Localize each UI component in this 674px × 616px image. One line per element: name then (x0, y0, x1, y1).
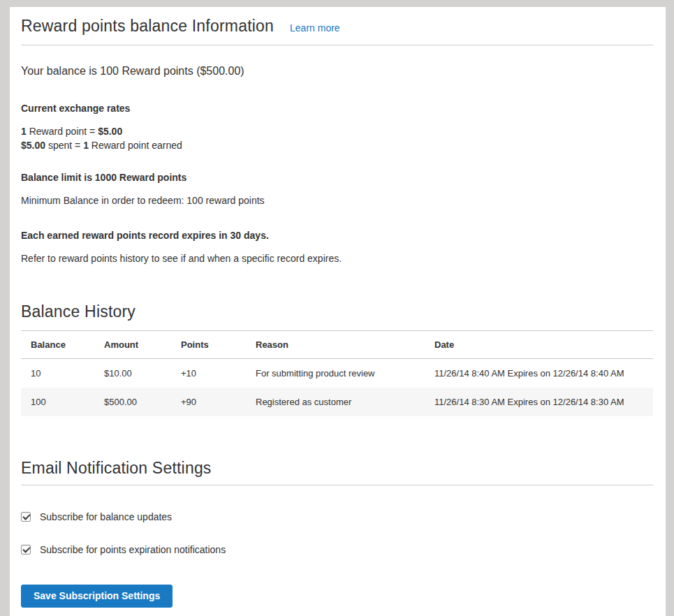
column-header-amount: Amount (94, 331, 171, 359)
rate2-tail: Reward point earned (89, 140, 182, 151)
balance-updates-checkbox-label[interactable]: Subscribe for balance updates (40, 511, 172, 522)
balance-summary: Your balance is 100 Reward points ($500.… (21, 64, 653, 78)
email-notification-settings-heading: Email Notification Settings (21, 459, 653, 485)
exchange-rates-heading: Current exchange rates (21, 102, 653, 115)
cell-reason: For submitting product review (246, 359, 425, 388)
page-background: Reward points balance Information Learn … (0, 0, 674, 616)
balance-history-table: Balance Amount Points Reason Date 10 $10… (21, 331, 653, 416)
cell-points: +90 (171, 388, 246, 416)
points-expiration-checkbox-label[interactable]: Subscribe for points expiration notifica… (40, 544, 226, 555)
subscribe-balance-updates-option[interactable]: Subscribe for balance updates (21, 511, 653, 522)
save-subscription-settings-button[interactable]: Save Subscription Settings (21, 585, 173, 608)
page-title-row: Reward points balance Information Learn … (21, 17, 653, 45)
rate1-points: 1 (21, 126, 27, 137)
table-header-row: Balance Amount Points Reason Date (21, 331, 653, 359)
expiry-text: Refer to reward points history to see if… (21, 251, 653, 265)
rate2-amount: $5.00 (21, 140, 45, 151)
cell-date: 11/26/14 8:40 AM Expires on 12/26/14 8:4… (425, 359, 653, 388)
page-title: Reward points balance Information (21, 17, 274, 36)
rate1-middle: Reward point = (27, 126, 98, 137)
content-card: Reward points balance Information Learn … (10, 7, 666, 616)
cell-reason: Registered as customer (246, 388, 425, 416)
column-header-reason: Reason (246, 331, 425, 359)
exchange-rate-line-2: $5.00 spent = 1 Reward point earned (21, 138, 653, 152)
cell-amount: $500.00 (94, 388, 171, 416)
learn-more-link[interactable]: Learn more (290, 22, 340, 34)
exchange-rate-line-1: 1 Reward point = $5.00 (21, 124, 653, 138)
table-row: 10 $10.00 +10 For submitting product rev… (21, 359, 653, 388)
rate2-points: 1 (83, 140, 89, 151)
balance-updates-checkbox[interactable] (21, 512, 31, 522)
rate1-amount: $5.00 (98, 126, 122, 137)
cell-amount: $10.00 (94, 359, 171, 388)
column-header-balance: Balance (21, 331, 94, 359)
rate2-middle: spent = (45, 140, 83, 151)
column-header-date: Date (425, 331, 653, 359)
cell-date: 11/26/14 8:30 AM Expires on 12/26/14 8:3… (425, 388, 653, 416)
cell-balance: 100 (21, 388, 94, 416)
cell-balance: 10 (21, 359, 94, 388)
subscribe-points-expiration-option[interactable]: Subscribe for points expiration notifica… (21, 544, 653, 555)
table-row: 100 $500.00 +90 Registered as customer 1… (21, 388, 653, 416)
expiry-heading: Each earned reward points record expires… (21, 229, 653, 242)
minimum-balance-text: Minimum Balance in order to redeem: 100 … (21, 193, 653, 207)
points-expiration-checkbox[interactable] (21, 545, 31, 555)
balance-history-heading: Balance History (21, 302, 653, 331)
balance-limit-heading: Balance limit is 1000 Reward points (21, 171, 653, 184)
cell-points: +10 (171, 359, 246, 388)
column-header-points: Points (171, 331, 246, 359)
